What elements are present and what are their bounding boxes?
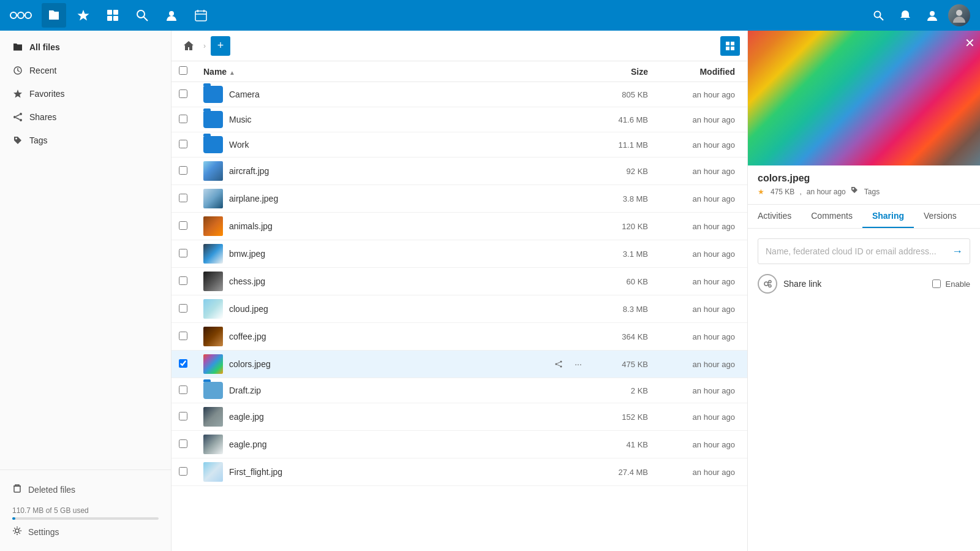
row-checkbox[interactable]	[179, 332, 187, 340]
app-logo[interactable]	[10, 8, 32, 23]
share-action-button[interactable]	[550, 273, 567, 290]
sidebar-item-settings[interactable]: Settings	[12, 520, 159, 544]
tab-activities[interactable]: Activities	[748, 205, 801, 228]
calendar-nav-button[interactable]	[189, 3, 213, 28]
share-action-button[interactable]	[550, 463, 567, 481]
more-action-button[interactable]: ···	[570, 111, 587, 128]
tab-sharing[interactable]: Sharing	[862, 205, 914, 228]
row-checkbox[interactable]	[179, 276, 187, 285]
share-action-button[interactable]	[550, 162, 567, 180]
row-checkbox[interactable]	[179, 115, 187, 123]
more-action-button[interactable]: ···	[570, 382, 587, 399]
gallery-nav-button[interactable]	[100, 3, 125, 28]
sidebar-item-shares[interactable]: Shares	[0, 105, 171, 129]
file-name[interactable]: Music	[229, 115, 252, 124]
more-action-button[interactable]: ···	[570, 273, 587, 290]
share-submit-button[interactable]: →	[945, 239, 970, 264]
row-name-cell: aircraft.jpg···	[196, 158, 594, 185]
more-action-button[interactable]: ···	[570, 436, 587, 453]
contacts-nav-button[interactable]	[159, 3, 184, 28]
more-action-button[interactable]: ···	[570, 300, 587, 317]
grid-view-button[interactable]	[720, 36, 740, 56]
user-profile-icon[interactable]	[921, 4, 943, 26]
files-nav-button[interactable]	[42, 3, 66, 28]
share-action-button[interactable]	[550, 245, 567, 262]
more-action-button[interactable]: ···	[570, 328, 587, 345]
sidebar-item-recent[interactable]: Recent	[0, 59, 171, 82]
row-checkbox[interactable]	[179, 166, 187, 175]
file-name[interactable]: bmw.jpeg	[229, 249, 265, 259]
row-checkbox[interactable]	[179, 304, 187, 313]
share-action-button[interactable]	[550, 328, 567, 345]
sidebar-item-deleted[interactable]: Deleted files	[12, 477, 159, 501]
row-checkbox[interactable]	[179, 221, 187, 230]
file-name[interactable]: aircraft.jpg	[229, 166, 269, 176]
file-name[interactable]: Work	[229, 140, 249, 150]
share-action-button[interactable]	[550, 355, 567, 373]
row-checkbox[interactable]	[179, 386, 187, 394]
row-checkbox[interactable]	[179, 249, 187, 257]
share-action-button[interactable]	[550, 382, 567, 399]
file-name[interactable]: coffee.jpg	[229, 332, 266, 341]
row-checkbox[interactable]	[179, 140, 187, 148]
more-action-button[interactable]: ···	[570, 463, 587, 481]
file-name[interactable]: First_flight.jpg	[229, 467, 282, 477]
file-name[interactable]: Draft.zip	[229, 386, 261, 395]
search-nav-button[interactable]	[130, 3, 154, 28]
row-checkbox[interactable]	[179, 89, 187, 98]
sidebar-item-tags[interactable]: Tags	[0, 129, 171, 152]
share-action-button[interactable]	[550, 190, 567, 207]
share-action-button[interactable]	[550, 136, 567, 153]
file-name[interactable]: Camera	[229, 89, 260, 99]
file-name[interactable]: chess.jpg	[229, 276, 265, 286]
activity-nav-button[interactable]	[71, 3, 96, 28]
file-name[interactable]: cloud.jpeg	[229, 304, 268, 314]
more-action-button[interactable]: ···	[570, 245, 587, 262]
select-all-checkbox[interactable]	[179, 66, 187, 75]
file-name[interactable]: eagle.jpg	[229, 412, 264, 422]
notifications-icon[interactable]	[894, 4, 916, 26]
tab-versions[interactable]: Versions	[914, 205, 967, 228]
row-checkbox[interactable]	[179, 194, 187, 202]
share-action-button[interactable]	[550, 86, 567, 103]
more-action-button[interactable]: ···	[570, 136, 587, 153]
breadcrumb-home[interactable]	[179, 36, 198, 56]
close-panel-button[interactable]: ✕	[965, 36, 975, 50]
size-column-header[interactable]: Size	[594, 61, 655, 82]
more-action-button[interactable]: ···	[570, 86, 587, 103]
share-enable-checkbox[interactable]	[932, 279, 941, 288]
tags-detail-icon[interactable]	[851, 186, 859, 197]
tab-comments[interactable]: Comments	[801, 205, 862, 228]
avatar[interactable]	[948, 4, 970, 26]
sidebar-item-all-files[interactable]: All files	[0, 36, 171, 59]
select-all-header[interactable]	[172, 61, 196, 82]
svg-point-79	[560, 338, 562, 340]
row-checkbox[interactable]	[179, 359, 187, 368]
share-input[interactable]	[758, 240, 945, 262]
file-name[interactable]: animals.jpg	[229, 221, 273, 231]
file-name[interactable]: colors.jpeg	[229, 359, 271, 369]
file-name[interactable]: eagle.png	[229, 439, 267, 449]
file-name[interactable]: airplane.jpeg	[229, 194, 278, 203]
share-action-button[interactable]	[550, 408, 567, 425]
name-column-header[interactable]: Name ▲	[196, 61, 594, 82]
share-action-button[interactable]	[550, 300, 567, 317]
share-action-button[interactable]	[550, 218, 567, 235]
more-action-button[interactable]: ···	[570, 355, 587, 373]
more-action-button[interactable]: ···	[570, 218, 587, 235]
share-action-button[interactable]	[550, 111, 567, 128]
more-action-button[interactable]: ···	[570, 408, 587, 425]
row-checkbox[interactable]	[179, 412, 187, 420]
share-enable-option[interactable]: Enable	[932, 279, 970, 289]
modified-column-header[interactable]: Modified	[655, 61, 747, 82]
table-row: coffee.jpg···364 KBan hour ago	[172, 323, 747, 351]
share-action-button[interactable]	[550, 436, 567, 453]
row-checkbox[interactable]	[179, 467, 187, 476]
sidebar-item-favorites[interactable]: Favorites	[0, 82, 171, 105]
favorite-star-icon[interactable]: ★	[758, 188, 764, 196]
more-action-button[interactable]: ···	[570, 190, 587, 207]
add-button[interactable]: +	[211, 36, 230, 56]
row-checkbox[interactable]	[179, 439, 187, 448]
search-icon[interactable]	[867, 4, 889, 26]
more-action-button[interactable]: ···	[570, 162, 587, 180]
